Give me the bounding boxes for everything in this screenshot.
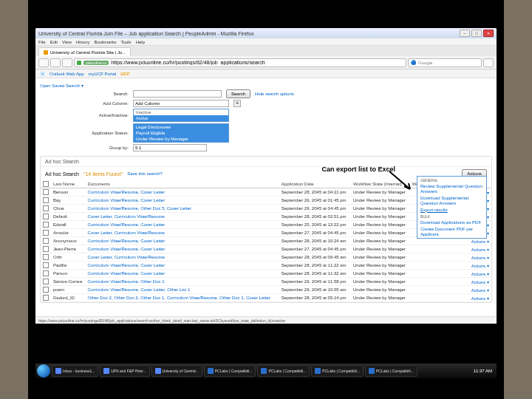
row-actions[interactable]: Actions ▾ [468,253,491,262]
cell-name[interactable]: Jean-Pierre [51,245,86,253]
cell-name[interactable]: Chua [51,205,86,213]
app-status-select[interactable]: Legal Disclosures Payroll Eligible Under… [133,123,229,143]
cell-documents[interactable]: Cover Letter, Curriculum Vitae/Resume [86,213,279,221]
menu-edit[interactable]: Edit [50,40,58,44]
cell-name[interactable]: Edwall [51,221,86,229]
close-button[interactable]: × [483,30,494,37]
taskbar-item[interactable]: University of Central... [151,365,202,377]
add-column-plus[interactable]: + [233,100,241,107]
menu-export-results[interactable]: Export results [417,207,486,214]
row-checkbox[interactable] [43,214,49,219]
menu-create-doc-pdf[interactable]: Create Document PDF per Applicant [417,226,486,238]
back-button[interactable] [38,58,49,67]
cell-documents[interactable]: Curriculum Vitae/Resume, Cover Letter [86,237,279,245]
active-select[interactable]: Inactive Active [133,109,229,122]
taskbar-item[interactable]: PCLabs | Compatibili... [311,365,364,377]
cell-documents[interactable]: Curriculum Vitae/Resume, Cover Letter, O… [86,286,279,294]
cell-documents[interactable]: Curriculum Vitae/Resume, Other Doc 5, Co… [86,205,279,213]
hide-options-link[interactable]: Hide search options [255,92,294,96]
menu-download-answers[interactable]: Download Supplemental Question Answers [417,195,486,207]
menu-download-pdf[interactable]: Download Applications as PDF [417,219,486,226]
add-column-input[interactable] [133,100,229,107]
row-checkbox[interactable] [43,197,49,203]
row-checkbox[interactable] [43,262,49,268]
row-checkbox[interactable] [43,205,49,211]
row-checkbox[interactable] [43,254,49,260]
menu-tools[interactable]: Tools [121,40,132,44]
address-bar[interactable]: pduonline.co https://www.pduonline.co/hr… [74,58,406,67]
cell-documents[interactable]: Curriculum Vitae/Resume, Cover Letter [86,221,279,229]
cell-name[interactable]: Orth [51,253,86,262]
menu-help[interactable]: Help [136,40,145,44]
bookmark-outlook[interactable]: Outlook Web App [50,72,84,76]
cell-name[interactable]: Padilla [51,262,86,270]
row-checkbox[interactable] [43,279,49,284]
menu-view[interactable]: View [62,40,72,44]
row-checkbox[interactable] [43,222,49,228]
taskbar-item[interactable]: PCLabs | Compatibili... [204,365,256,377]
row-checkbox[interactable] [43,230,49,236]
browser-search[interactable]: 🔵 Google [408,58,482,67]
row-checkbox[interactable] [43,238,49,244]
row-checkbox[interactable] [43,295,49,301]
row-actions[interactable]: Actions ▾ [468,278,491,286]
row-checkbox[interactable] [43,270,49,276]
cell-documents[interactable]: Other Doc 2, Other Doc 2, Other Doc 1, C… [86,294,279,302]
taskbar-item[interactable]: UFN and F&P Hirer... [100,365,149,377]
row-actions[interactable]: Actions ▾ [468,294,491,302]
bookmark-myucf[interactable]: myUCF Portal [89,72,117,76]
col-documents[interactable]: Documents [86,180,279,188]
cell-name[interactable]: poem [51,286,86,294]
row-actions[interactable]: Actions ▾ [468,270,491,278]
row-actions[interactable]: Actions ▾ [468,245,491,253]
taskbar-item[interactable]: Inbox - business1... [52,365,98,377]
cell-documents[interactable]: Curriculum Vitae/Resume, Cover Letter [86,262,279,270]
cell-name[interactable]: Benson [51,188,86,197]
row-checkbox[interactable] [43,246,49,252]
row-checkbox[interactable] [43,287,49,293]
status-option[interactable]: Legal Disclosures [134,124,228,130]
cell-documents[interactable]: Cover Letter, Curriculum Vitae/Resume [86,253,279,262]
forward-button[interactable] [50,58,61,67]
group-by-input[interactable] [133,144,207,151]
cell-documents[interactable]: Curriculum Vitae/Resume, Cover Letter [86,245,279,253]
cell-documents[interactable]: Curriculum Vitae/Resume, Cover Letter [86,188,279,197]
col-lastname[interactable]: Last Name [51,180,86,188]
cell-name[interactable]: Parson [51,270,86,278]
reload-button[interactable] [62,58,72,67]
save-search-link[interactable]: Save this search? [127,171,163,176]
cell-name[interactable]: Default [51,213,86,221]
browser-tab[interactable]: University of Central Florida Site | Jo.… [38,47,131,56]
cell-name[interactable]: Bay [51,197,86,205]
cell-name[interactable]: Dadord_ID [51,294,86,302]
row-actions[interactable]: Actions ▾ [468,262,491,270]
status-option[interactable]: Payroll Eligible [134,130,228,136]
cell-documents[interactable]: Curriculum Vitae/Resume, Cover Letter [86,270,279,278]
taskbar-item[interactable]: PCLabs | Compatibili... [365,365,417,377]
taskbar-clock[interactable]: 11:37 AM [471,369,495,373]
active-option-selected[interactable]: Active [134,115,228,121]
active-option[interactable]: Inactive [134,109,228,115]
cell-documents[interactable]: Curriculum Vitae/Resume, Cover Letter [86,197,279,205]
select-all-checkbox[interactable] [43,181,49,187]
saved-search-dropdown[interactable]: Open Saved Search ▾ [40,83,83,88]
search-input[interactable] [133,90,222,98]
menu-file[interactable]: File [38,40,46,44]
cell-name[interactable]: Santos-Correa [51,278,86,286]
maximize-button[interactable]: □ [471,30,482,37]
status-option[interactable]: Under Review by Manager [134,136,228,142]
col-date[interactable]: Application Date [279,180,351,188]
cell-documents[interactable]: Cover Letter, Curriculum Vitae/Resume [86,229,279,237]
col-workflow[interactable]: Workflow State (Internal) [351,180,410,188]
cell-name[interactable]: Amodor [51,229,86,237]
menu-review-answers[interactable]: Review Supplemental Question Answers [417,183,486,195]
row-actions[interactable]: Actions ▾ [468,286,491,294]
cell-name[interactable]: Anonymous [51,237,86,245]
bookmark-ucf[interactable]: UCF [120,72,129,76]
home-button[interactable] [483,58,494,67]
menu-bookmarks[interactable]: Bookmarks [95,40,117,44]
minimize-button[interactable]: – [460,30,470,37]
start-button[interactable] [37,364,50,378]
cell-documents[interactable]: Curriculum Vitae/Resume, Other Doc 1 [86,278,279,286]
search-button[interactable]: Search [226,89,250,98]
